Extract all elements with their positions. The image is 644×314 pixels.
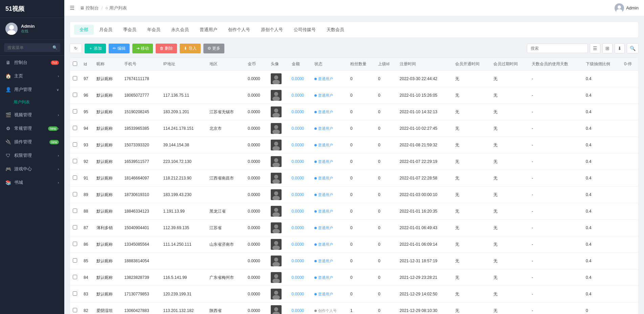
search-input[interactable] (4, 43, 60, 52)
tab-yearly[interactable]: 年会员 (142, 25, 166, 35)
sidebar-item-video-mgmt[interactable]: 🎬 视频管理 › (0, 108, 64, 122)
sidebar-item-bookstore[interactable]: 📚 书城 › (0, 176, 64, 189)
tab-quarterly[interactable]: 季会员 (118, 25, 142, 35)
cell-amount[interactable]: 0.0000 (289, 286, 312, 303)
cell-amount[interactable]: 0.0000 (289, 236, 312, 253)
cell-amount[interactable]: 0.0000 (289, 187, 312, 203)
sidebar-item-user-list[interactable]: 用户列表 (0, 96, 64, 108)
more-button[interactable]: ⚙ 更多 (203, 44, 224, 53)
cell-stop (621, 137, 638, 153)
sidebar-item-plugin-mgmt[interactable]: 🔌 插件管理 new (0, 135, 64, 149)
amount-link[interactable]: 0.0000 (292, 308, 304, 313)
amount-link[interactable]: 0.0000 (292, 259, 304, 263)
cell-amount[interactable]: 0.0000 (289, 71, 312, 87)
cell-stop (621, 120, 638, 137)
amount-link[interactable]: 0.0000 (292, 143, 304, 147)
cell-amount[interactable]: 0.0000 (289, 153, 312, 170)
tab-normal[interactable]: 普通用户 (194, 25, 223, 35)
tab-company-media[interactable]: 公司传媒号 (288, 25, 321, 35)
amount-link[interactable]: 0.0000 (292, 209, 304, 214)
sidebar-item-dashboard[interactable]: 🖥 控制台 hot (0, 56, 64, 69)
sidebar-item-home[interactable]: 🏠 主页 › (0, 69, 64, 83)
row-checkbox[interactable] (73, 242, 77, 246)
sidebar-item-user-mgmt[interactable]: 👤 用户管理 ∨ (0, 83, 64, 96)
amount-link[interactable]: 0.0000 (292, 93, 304, 98)
cell-phone: 18065072777 (121, 87, 160, 104)
select-all-checkbox[interactable] (73, 62, 77, 66)
row-checkbox[interactable] (73, 192, 77, 196)
cell-region: 江苏省 (207, 220, 245, 236)
row-checkbox[interactable] (73, 291, 77, 296)
cell-amount[interactable]: 0.0000 (289, 220, 312, 236)
sidebar-item-general-mgmt[interactable]: ⚙ 常规管理 new › (0, 122, 64, 135)
amount-link[interactable]: 0.0000 (292, 292, 304, 296)
export-button[interactable]: ⬇ (615, 43, 625, 53)
row-checkbox[interactable] (73, 93, 77, 97)
game-icon: 🎮 (5, 166, 11, 172)
header-right: Admin (615, 3, 639, 13)
refresh-button[interactable]: ↻ (70, 44, 82, 53)
amount-link[interactable]: 0.0000 (292, 176, 304, 180)
cell-avatar (268, 286, 289, 303)
move-button[interactable]: ➜ 移动 (132, 44, 153, 53)
cell-amount[interactable]: 0.0000 (289, 253, 312, 269)
row-checkbox[interactable] (73, 109, 77, 114)
list-view-button[interactable]: ☰ (590, 43, 600, 53)
cell-amount[interactable]: 0.0000 (289, 87, 312, 104)
cell-amount[interactable]: 0.0000 (289, 104, 312, 120)
sidebar-item-game-center[interactable]: 🎮 游戏中心 › (0, 162, 64, 176)
tab-original-personal[interactable]: 原创个人号 (256, 25, 288, 35)
cell-amount[interactable]: 0.0000 (289, 269, 312, 286)
tab-all[interactable]: 全部 (74, 25, 94, 35)
table-search-input[interactable] (527, 44, 588, 53)
tab-monthly[interactable]: 月会员 (94, 25, 118, 35)
row-checkbox[interactable] (73, 126, 77, 130)
row-checkbox[interactable] (73, 225, 77, 230)
import-button[interactable]: ⬇ 导入 (180, 44, 200, 53)
tab-tianshu[interactable]: 天数会员 (321, 25, 350, 35)
user-avatar-thumb (271, 222, 282, 233)
row-checkbox[interactable] (73, 209, 77, 213)
amount-link[interactable]: 0.0000 (292, 110, 304, 114)
amount-link[interactable]: 0.0000 (292, 225, 304, 230)
cell-reg-time: 2022-01-10 14:32:13 (397, 104, 452, 120)
cell-amount[interactable]: 0.0000 (289, 303, 312, 314)
amount-link[interactable]: 0.0000 (292, 159, 304, 164)
cell-amount[interactable]: 0.0000 (289, 137, 312, 153)
amount-link[interactable]: 0.0000 (292, 192, 304, 197)
amount-link[interactable]: 0.0000 (292, 242, 304, 247)
cell-amount[interactable]: 0.0000 (289, 203, 312, 220)
cell-ip: 113.201.132.182 (160, 303, 207, 314)
header-avatar (615, 3, 624, 13)
delete-button[interactable]: 🗑 删除 (156, 44, 177, 53)
hamburger-icon[interactable]: ☰ (70, 5, 74, 11)
cell-reg-time: 2022-01-01 06:49:43 (397, 220, 452, 236)
cell-ip: 118.212.213.90 (160, 170, 207, 187)
status-badge: 普通用户 (314, 192, 333, 197)
row-checkbox[interactable] (73, 159, 77, 163)
cell-amount[interactable]: 0.0000 (289, 170, 312, 187)
cell-amount[interactable]: 0.0000 (289, 120, 312, 137)
cell-status: 创作个人号 (312, 303, 348, 314)
row-checkbox[interactable] (73, 308, 77, 312)
amount-link[interactable]: 0.0000 (292, 275, 304, 280)
amount-link[interactable]: 0.0000 (292, 126, 304, 131)
grid-view-button[interactable]: ⊞ (602, 43, 613, 53)
row-checkbox[interactable] (73, 142, 77, 147)
tab-permanent[interactable]: 永久会员 (166, 25, 194, 35)
row-checkbox[interactable] (73, 258, 77, 263)
cell-phone: 18533965385 (121, 120, 160, 137)
add-button[interactable]: ＋ 添加 (85, 44, 106, 53)
tab-creator-personal[interactable]: 创作个人号 (223, 25, 256, 35)
row-checkbox[interactable] (73, 275, 77, 279)
sidebar-item-permission-mgmt[interactable]: 🛡 权限管理 › (0, 149, 64, 162)
amount-link[interactable]: 0.0000 (292, 76, 304, 81)
user-avatar-thumb (271, 156, 282, 167)
column-search-button[interactable]: 🔍 (627, 43, 639, 53)
cell-vip-open: 无 (452, 303, 491, 314)
cell-parent-id: 0 (375, 236, 397, 253)
cell-fans: 0 (348, 187, 375, 203)
row-checkbox[interactable] (73, 175, 77, 180)
row-checkbox[interactable] (73, 76, 77, 80)
edit-button[interactable]: ✏ 编辑 (109, 44, 129, 53)
